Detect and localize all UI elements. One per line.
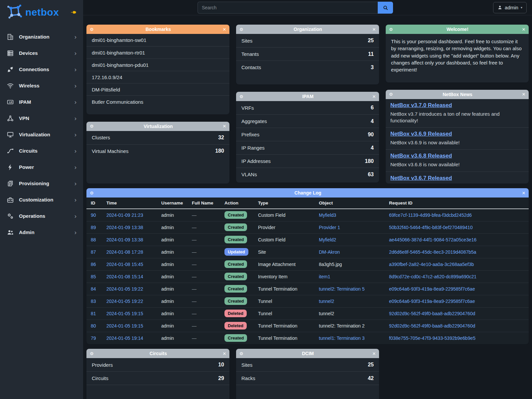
- request-id-link[interactable]: ae445066-387d-44f1-9084-572a05ce3e16: [389, 237, 476, 242]
- brand[interactable]: netbox: [0, 0, 83, 25]
- bookmark-item[interactable]: dmi01-binghamton-sw01: [86, 34, 229, 46]
- gear-icon[interactable]: ⚙: [90, 351, 94, 356]
- user-menu-button[interactable]: admin ▾: [493, 2, 527, 13]
- change-id-link[interactable]: 81: [91, 311, 96, 316]
- change-time-link[interactable]: 2024-01-08 15:14: [106, 274, 143, 279]
- close-icon[interactable]: ×: [522, 190, 525, 196]
- change-id-link[interactable]: 85: [91, 274, 96, 279]
- close-icon[interactable]: ×: [522, 91, 525, 97]
- stat-row[interactable]: VLANs 63: [236, 168, 379, 181]
- change-time-link[interactable]: 2024-01-09 21:23: [106, 212, 143, 218]
- gear-icon[interactable]: ⚙: [239, 351, 243, 356]
- object-link[interactable]: tunnel1: Termination 3: [319, 335, 365, 341]
- pin-icon[interactable]: [70, 9, 77, 16]
- gear-icon[interactable]: ⚙: [90, 124, 94, 128]
- change-id-link[interactable]: 88: [91, 237, 96, 242]
- change-time-link[interactable]: 2024-01-05 19:15: [106, 311, 143, 316]
- sidebar-item-virtualization[interactable]: Virtualization ›: [0, 126, 83, 143]
- stat-row[interactable]: IP Addresses 180: [236, 154, 379, 168]
- close-icon[interactable]: ×: [372, 27, 376, 32]
- sidebar-item-provisioning[interactable]: Provisioning ›: [0, 175, 83, 192]
- request-id-link[interactable]: 50b32f40-5464-4f9c-b83f-0ef270489410: [389, 225, 472, 230]
- stat-row[interactable]: VRFs 6: [236, 101, 379, 114]
- news-link[interactable]: NetBox v3.6.8 Released: [390, 153, 524, 159]
- gear-icon[interactable]: ⚙: [90, 27, 94, 32]
- request-id-link[interactable]: 2d6d6e8f-5465-45dc-8ec3-2019d4087b5a: [389, 249, 476, 255]
- bookmark-item[interactable]: 172.16.0.9/24: [86, 71, 229, 83]
- stat-row[interactable]: Contacts 3: [236, 61, 379, 74]
- close-icon[interactable]: ×: [372, 94, 376, 99]
- change-time-link[interactable]: 2024-01-09 13:38: [106, 237, 143, 242]
- news-link[interactable]: NetBox v3.7.0 Released: [390, 102, 524, 108]
- sidebar-item-vpn[interactable]: VPN ›: [0, 110, 83, 126]
- change-time-link[interactable]: 2024-01-05 19:22: [106, 299, 143, 304]
- object-link[interactable]: tunnel2: [319, 299, 334, 304]
- gear-icon[interactable]: ⚙: [90, 191, 94, 195]
- sidebar-item-operations[interactable]: Operations ›: [0, 208, 83, 224]
- stat-row[interactable]: Virtual Machines 180: [86, 144, 229, 158]
- change-id-link[interactable]: 79: [91, 335, 96, 341]
- bookmark-item[interactable]: Butler Communications: [86, 95, 229, 108]
- sidebar-item-admin[interactable]: Admin ›: [0, 224, 83, 240]
- sidebar-item-circuits[interactable]: Circuits ›: [0, 143, 83, 159]
- change-id-link[interactable]: 83: [91, 299, 96, 304]
- change-time-link[interactable]: 2024-01-08 15:45: [106, 262, 143, 267]
- request-id-link[interactable]: 8d9cd72e-cd0c-47c2-a620-dc899a690c21: [389, 274, 476, 279]
- search-input[interactable]: [198, 2, 378, 14]
- close-icon[interactable]: ×: [522, 27, 525, 32]
- request-id-link[interactable]: 92d02d9c-562f-49f0-baa8-adb22904760d: [389, 323, 475, 329]
- request-id-link[interactable]: a390fbef-2a82-4e10-aa0a-3c268aa5ef3b: [389, 262, 474, 267]
- change-time-link[interactable]: 2024-01-05 19:22: [106, 286, 143, 292]
- bookmark-item[interactable]: dmi01-binghamton-pdu01: [86, 59, 229, 71]
- stat-row[interactable]: Tenants 11: [236, 47, 379, 61]
- change-time-link[interactable]: 2024-01-09 13:38: [106, 225, 143, 230]
- stat-row[interactable]: Sites 25: [236, 358, 379, 371]
- change-time-link[interactable]: 2024-01-05 19:15: [106, 323, 143, 329]
- request-id-link[interactable]: e09c64a6-93f3-419a-8ea9-229585f7c6ae: [389, 286, 475, 292]
- change-time-link[interactable]: 2024-01-05 19:14: [106, 335, 143, 341]
- gear-icon[interactable]: ⚙: [239, 94, 243, 99]
- stat-row[interactable]: IP Ranges 4: [236, 141, 379, 154]
- object-link[interactable]: DM-Akron: [319, 249, 340, 255]
- change-id-link[interactable]: 86: [91, 262, 96, 267]
- gear-icon[interactable]: ⚙: [389, 92, 393, 96]
- search-button[interactable]: [378, 2, 393, 14]
- sidebar-item-connections[interactable]: Connections ›: [0, 61, 83, 77]
- object-link[interactable]: Myfield2: [319, 237, 336, 242]
- sidebar-item-ipam[interactable]: 12 IPAM ›: [0, 94, 83, 110]
- bookmark-item[interactable]: dmi01-binghamton-rtr01: [86, 46, 229, 59]
- stat-row[interactable]: Providers 10: [86, 358, 229, 371]
- close-icon[interactable]: ×: [223, 27, 226, 32]
- bookmark-item[interactable]: DM-Pittsfield: [86, 83, 229, 95]
- change-id-link[interactable]: 80: [91, 323, 96, 329]
- sidebar-item-organization[interactable]: Organization ›: [0, 29, 83, 45]
- change-id-link[interactable]: 89: [91, 225, 96, 230]
- gear-icon[interactable]: ⚙: [239, 27, 243, 32]
- object-link[interactable]: Myfield3: [319, 212, 336, 218]
- news-link[interactable]: NetBox v3.6.7 Released: [390, 175, 524, 181]
- change-time-link[interactable]: 2024-01-08 17:28: [106, 249, 143, 255]
- object-link[interactable]: Provider 1: [319, 225, 340, 230]
- stat-row[interactable]: Circuits 29: [86, 371, 229, 385]
- close-icon[interactable]: ×: [372, 351, 376, 356]
- change-id-link[interactable]: 87: [91, 249, 96, 255]
- request-id-link[interactable]: 69fce7cf-1139-4d99-bfea-f3dcbd2452d6: [389, 212, 472, 218]
- close-icon[interactable]: ×: [223, 123, 226, 129]
- change-id-link[interactable]: 90: [91, 212, 96, 218]
- stat-row[interactable]: Prefixes 90: [236, 128, 379, 141]
- request-id-link[interactable]: f038e755-705e-47f3-9433-5392b9e6b9e5: [389, 335, 475, 341]
- sidebar-item-customization[interactable]: Customization ›: [0, 192, 83, 208]
- news-link[interactable]: NetBox v3.6.9 Released: [390, 131, 524, 137]
- object-link[interactable]: item1: [319, 274, 330, 279]
- sidebar-item-wireless[interactable]: Wireless ›: [0, 77, 83, 94]
- request-id-link[interactable]: 92d02d9c-562f-49f0-baa8-adb22904760d: [389, 311, 475, 316]
- object-link[interactable]: tunnel2: Termination 5: [319, 286, 365, 292]
- sidebar-item-devices[interactable]: Devices ›: [0, 45, 83, 61]
- close-icon[interactable]: ×: [223, 351, 226, 356]
- stat-row[interactable]: Sites 25: [236, 34, 379, 47]
- sidebar-item-power[interactable]: Power ›: [0, 159, 83, 175]
- stat-row[interactable]: Racks 42: [236, 371, 379, 385]
- change-id-link[interactable]: 84: [91, 286, 96, 292]
- stat-row[interactable]: Clusters 32: [86, 131, 229, 144]
- gear-icon[interactable]: ⚙: [389, 27, 393, 32]
